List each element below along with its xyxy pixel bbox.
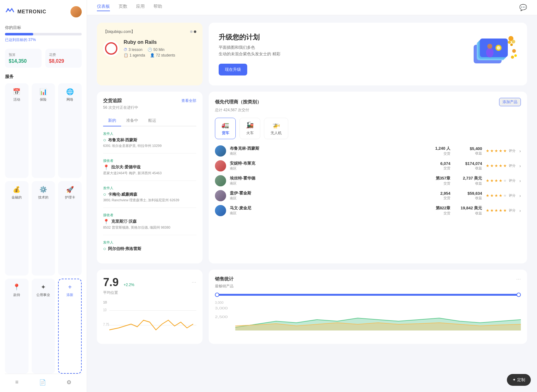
service-name-finance: 金融的 (11, 195, 22, 200)
agent-info-1: 布鲁克林·西蒙斯 南区 (230, 146, 422, 156)
sidebar-footer: ≡ 📄 ⚙ (5, 374, 82, 386)
receiver-name-1: 📍 拉尔夫·爱德华兹 (103, 164, 196, 170)
star: ★ (490, 208, 494, 213)
delivery-header: 交货追踪 查看全部 (103, 98, 196, 104)
network-icon: 🌐 (66, 88, 74, 95)
service-item-hospitality[interactable]: 📍 款待 (5, 279, 29, 374)
agent-list: 布鲁克林·西蒙斯 南区 1,240 人 交货 $5,400 收益 ★ (215, 145, 521, 216)
nav-link-dashboard[interactable]: 仪表板 (97, 4, 110, 11)
add-icon: + (68, 284, 72, 291)
service-name-network: 网络 (66, 97, 73, 102)
svg-point-12 (514, 54, 517, 57)
agent-transactions-4: 2,954 (426, 191, 450, 196)
delivery-subtitle: 56 次交付正在进行中 (103, 105, 196, 110)
nav-link-pages[interactable]: 页数 (119, 4, 127, 11)
agent-stat-4: 2,954 交货 (426, 191, 450, 200)
tab-preparing[interactable]: 准备中 (121, 115, 143, 126)
rating-label-3: 评分 (509, 178, 516, 183)
agent-arrow-5[interactable]: › (519, 208, 521, 213)
svg-text:7.75: 7.75 (103, 322, 109, 326)
agent-transactions-5: 第822章 (426, 205, 450, 211)
nav-link-apps[interactable]: 应用 (136, 4, 145, 11)
service-name-tech: 技术的 (38, 195, 48, 200)
slider-fill (215, 294, 521, 296)
cat-tab-train[interactable]: 🚂 火车 (239, 118, 260, 139)
custom-button[interactable]: ✦ 定制 (507, 374, 531, 386)
sender-role-1: 发件人 (103, 131, 196, 136)
agent-region-5: 南区 (230, 211, 422, 216)
agent-name-1: 布鲁克林·西蒙斯 (230, 146, 422, 151)
budget-value: $14,350 (9, 58, 38, 64)
rating-label-4: 评分 (509, 193, 516, 198)
agent-name-5: 马文·麦金尼 (230, 205, 422, 211)
agent-info-2: 安妮特·布莱克 南区 (230, 161, 422, 171)
svg-point-14 (486, 48, 494, 57)
duration-icon: 🕐 (148, 48, 152, 52)
settings-icon[interactable]: ⚙ (66, 379, 71, 386)
course-dots (190, 30, 196, 33)
service-item-utility[interactable]: ✦ 公用事业 (32, 279, 55, 374)
star: ★ (499, 193, 503, 198)
upgrade-svg (467, 35, 517, 73)
add-product-button[interactable]: 添加产品 (499, 98, 521, 106)
svg-point-15 (487, 44, 492, 49)
agent-arrow-1[interactable]: › (519, 148, 521, 153)
agent-row-1: 布鲁克林·西蒙斯 南区 1,240 人 交货 $5,400 收益 ★ (215, 145, 521, 157)
notification-icon[interactable]: 💬 (519, 4, 527, 11)
service-item-finance[interactable]: 💰 金融的 (5, 181, 29, 276)
delivery-item-1: 发件人 ○ 布鲁克林·西蒙斯 6391 埃尔金圣塞萨里, 特拉华州 10299 (103, 131, 196, 153)
cat-tab-drone[interactable]: 🚁 无人机 (264, 118, 288, 139)
agent-name-2: 安妮特·布莱克 (230, 161, 422, 166)
sales-more-icon[interactable]: ··· (516, 276, 521, 282)
agent-header: 领先代理商（按类别） 添加产品 (215, 98, 521, 106)
star: ★ (494, 208, 498, 213)
service-name-activity: 活动 (13, 97, 20, 102)
add-new-service[interactable]: + 添新 (58, 279, 82, 374)
agent-rating-1: ★ ★ ★ ★ ★ 评分 (486, 148, 516, 153)
svg-text:3,000: 3,000 (215, 307, 228, 310)
avg-more-icon[interactable]: ··· (192, 279, 196, 285)
layers-icon[interactable]: ≡ (15, 379, 19, 386)
service-item-activity[interactable]: 📅 活动 (5, 83, 29, 178)
goal-label: 你的目标 (5, 25, 82, 30)
agent-arrow-2[interactable]: › (519, 163, 521, 168)
agent-trans-label-4: 交货 (426, 196, 450, 200)
star: ★ (503, 148, 507, 153)
upgrade-button[interactable]: 现在升级 (219, 64, 247, 75)
agent-rev-value-5: 19,842 美元 (454, 205, 482, 211)
service-item-care[interactable]: 🚀 护理卡 (58, 181, 82, 276)
add-label: 添新 (66, 293, 73, 297)
star: ★ (494, 148, 498, 153)
star-empty: ★ (503, 178, 507, 183)
svg-point-11 (512, 49, 516, 53)
svg-rect-4 (480, 39, 508, 57)
tab-new[interactable]: 新的 (103, 115, 121, 126)
agent-trans-label-5: 交货 (426, 211, 450, 216)
service-item-insurance[interactable]: 📊 保险 (32, 83, 55, 178)
file-icon[interactable]: 📄 (39, 379, 46, 386)
sender-name-3: ○ 阿尔伯特·弗洛雷斯 (103, 246, 196, 252)
students-icon: 👤 (150, 53, 155, 57)
agent-row-3: 埃丝特·霍华德 南区 第357章 交货 2,737 美元 收益 ★ (215, 175, 521, 186)
slider-thumb-right[interactable] (517, 293, 521, 297)
slider-thumb-left[interactable] (215, 293, 219, 297)
agent-rev-value-1: $5,400 (454, 146, 482, 151)
agent-rev-label-5: 收益 (454, 211, 482, 216)
agent-arrow-3[interactable]: › (519, 178, 521, 183)
agent-name-3: 埃丝特·霍华德 (230, 175, 422, 181)
service-item-tech[interactable]: ⚙️ 技术的 (32, 181, 55, 276)
tab-shipping[interactable]: 船运 (143, 115, 161, 126)
agent-subtitle: 总计 424,567 次交付 (215, 107, 521, 113)
goal-percent: 已达到目标的 37% (5, 37, 82, 43)
service-name-utility: 公用事业 (36, 293, 50, 297)
delivery-view-all[interactable]: 查看全部 (181, 98, 196, 103)
user-avatar[interactable] (71, 6, 82, 17)
sender-name-1: ○ 布鲁克林·西蒙斯 (103, 137, 196, 143)
agent-rev-value-2: $174,074 (454, 161, 482, 166)
agent-trans-label-1: 交货 (426, 151, 450, 156)
agent-arrow-4[interactable]: › (519, 193, 521, 198)
nav-link-help[interactable]: 帮助 (153, 4, 162, 11)
service-item-network[interactable]: 🌐 网络 (58, 83, 82, 178)
cat-tab-truck[interactable]: 🚛 货车 (215, 118, 236, 139)
main-area: 仪表板 页数 应用 帮助 💬 【biqubiqu.com】 (87, 0, 537, 392)
